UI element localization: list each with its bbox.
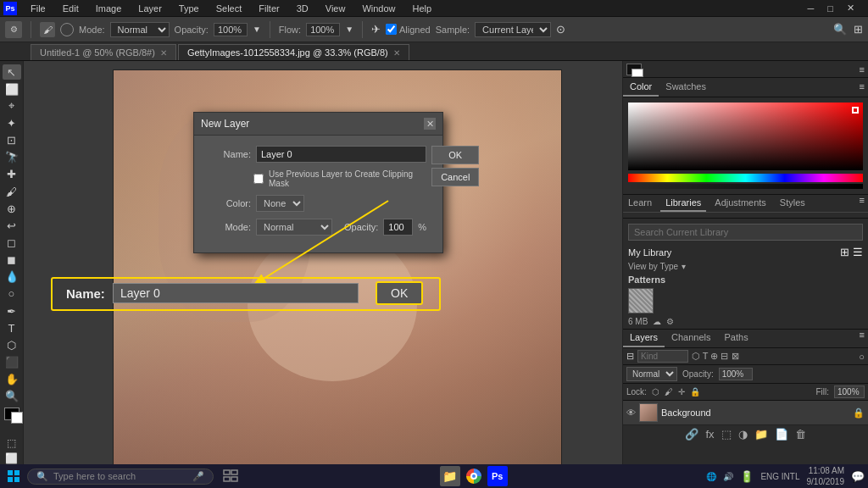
menu-select[interactable]: Select: [213, 2, 246, 15]
tab-close-untitled[interactable]: ✕: [160, 48, 167, 58]
new-layer-btn[interactable]: 📄: [775, 428, 788, 441]
learn-tab[interactable]: Learn: [623, 195, 657, 212]
brush-tool[interactable]: 🖌: [3, 184, 21, 199]
new-group-btn[interactable]: 📁: [754, 428, 768, 441]
styles-tab[interactable]: Styles: [775, 195, 810, 212]
close-btn[interactable]: ✕: [843, 1, 858, 15]
mode-dialog-select[interactable]: Normal: [256, 219, 332, 236]
move-tool[interactable]: ↖: [3, 64, 21, 80]
foreground-swatch[interactable]: [626, 64, 642, 75]
lock-all-icon[interactable]: 🔒: [690, 387, 700, 396]
layer-name-input[interactable]: Layer 0: [256, 146, 426, 163]
view-by-type-btn[interactable]: View by Type: [628, 262, 678, 271]
gradient-tool[interactable]: ◼: [3, 252, 21, 268]
menu-file[interactable]: File: [27, 2, 49, 15]
text-tool[interactable]: T: [3, 320, 21, 336]
settings-icon[interactable]: ⚙: [666, 317, 674, 326]
taskbar-search-box[interactable]: 🔍 Type here to search 🎤: [27, 469, 214, 485]
zoom-tool[interactable]: 🔍: [3, 389, 21, 404]
sample-select[interactable]: Current Layer: [475, 22, 551, 37]
history-brush-tool[interactable]: ↩: [3, 218, 21, 233]
volume-icon[interactable]: 🔊: [723, 472, 733, 481]
shape-tool[interactable]: ⬛: [3, 354, 21, 369]
taskbar-explorer-icon[interactable]: 📁: [440, 466, 460, 486]
workspace-icon[interactable]: ⊞: [854, 23, 863, 36]
background-color[interactable]: [11, 412, 23, 424]
right-panel-menu-icon[interactable]: ≡: [860, 64, 865, 75]
color-spectrum[interactable]: [628, 103, 863, 170]
layers-tab[interactable]: Layers: [623, 330, 665, 347]
paths-tab[interactable]: Paths: [718, 330, 755, 347]
color-tab[interactable]: Color: [623, 78, 659, 97]
grid-view-icon[interactable]: ⊞: [840, 246, 849, 258]
opacity-dialog-input[interactable]: [383, 219, 413, 236]
eraser-tool[interactable]: ◻: [3, 235, 21, 250]
menu-help[interactable]: Help: [409, 2, 436, 15]
list-view-icon[interactable]: ☰: [853, 246, 863, 258]
lock-position-icon[interactable]: ✛: [678, 387, 685, 396]
tab-untitled[interactable]: Untitled-1 @ 50% (RGB/8#) ✕: [31, 44, 176, 60]
blur-tool[interactable]: 💧: [3, 269, 21, 285]
aligned-checkbox[interactable]: [386, 24, 397, 35]
layer-visibility-icon[interactable]: 👁: [626, 408, 636, 418]
flow-icon[interactable]: ▼: [345, 25, 353, 34]
mode-select[interactable]: Normal: [110, 22, 170, 37]
color-picker-handle[interactable]: [852, 107, 859, 114]
layers-panel-menu[interactable]: ≡: [856, 330, 868, 347]
adjustment-layer-btn[interactable]: ◑: [738, 428, 748, 441]
color-select[interactable]: None: [256, 195, 304, 212]
foreground-color[interactable]: [4, 408, 19, 420]
lib-panel-menu[interactable]: ≡: [856, 195, 868, 212]
notification-icon[interactable]: 💬: [851, 470, 865, 483]
layer-style-btn[interactable]: fx: [705, 428, 714, 441]
hand-tool[interactable]: ✋: [3, 372, 21, 387]
menu-layer[interactable]: Layer: [135, 2, 165, 15]
cloud-icon[interactable]: ☁: [653, 317, 661, 326]
canvas-area[interactable]: New Layer ✕ Name: Layer 0 Use Previo: [24, 61, 622, 464]
menu-view[interactable]: View: [322, 2, 349, 15]
taskbar-ps-icon[interactable]: Ps: [487, 466, 508, 486]
libraries-tab[interactable]: Libraries: [660, 195, 706, 212]
healing-tool[interactable]: ✚: [3, 167, 21, 182]
link-layers-btn[interactable]: 🔗: [685, 428, 698, 441]
opacity-input[interactable]: [214, 23, 248, 36]
dialog-ok-btn[interactable]: OK: [431, 146, 479, 164]
background-swatch[interactable]: [632, 69, 643, 77]
taskbar-mic-icon[interactable]: 🎤: [192, 471, 204, 482]
pen-tool[interactable]: ✒: [3, 303, 21, 319]
taskbar-datetime[interactable]: 11:08 AM 9/10/2019: [807, 465, 845, 487]
menu-edit[interactable]: Edit: [59, 2, 82, 15]
windows-start-btn[interactable]: [3, 466, 24, 486]
network-icon[interactable]: 🌐: [706, 472, 716, 481]
eyedropper-tool[interactable]: 🔭: [3, 150, 21, 165]
pattern-swatch-1[interactable]: [628, 288, 654, 313]
color-alpha-bar[interactable]: [628, 184, 863, 189]
screen-mode-btn[interactable]: ⬜: [5, 452, 18, 464]
brush-size-icon[interactable]: [60, 23, 74, 36]
menu-image[interactable]: Image: [92, 2, 125, 15]
color-panel-menu[interactable]: ≡: [856, 78, 868, 97]
tab-getty[interactable]: GettyImages-1012558334.jpg @ 33.3% (RGB/…: [178, 44, 409, 60]
dialog-cancel-btn[interactable]: Cancel: [431, 168, 479, 186]
dialog-close-btn[interactable]: ✕: [424, 118, 436, 130]
dodge-tool[interactable]: ○: [3, 286, 21, 302]
layer-mask-btn[interactable]: ⬚: [721, 428, 732, 441]
quick-mask-btn[interactable]: ⬚: [7, 437, 16, 449]
color-hue-bar[interactable]: [628, 174, 863, 182]
minimize-btn[interactable]: ─: [804, 2, 818, 15]
task-view-btn[interactable]: [220, 466, 241, 486]
channels-tab[interactable]: Channels: [665, 330, 717, 347]
delete-layer-btn[interactable]: 🗑: [795, 428, 806, 441]
menu-3d[interactable]: 3D: [293, 2, 312, 15]
menu-filter[interactable]: Filter: [255, 2, 282, 15]
kind-filter-input[interactable]: [637, 350, 688, 363]
ignore-adjustments-icon[interactable]: ⊙: [556, 23, 565, 36]
lock-paint-icon[interactable]: 🖌: [665, 387, 673, 396]
dialog-titlebar[interactable]: New Layer ✕: [194, 113, 442, 136]
taskbar-chrome-icon[interactable]: [464, 466, 484, 486]
opacity-icon[interactable]: ▼: [253, 25, 261, 34]
opacity-layers-input[interactable]: [719, 368, 753, 380]
filter-toggle[interactable]: ○: [859, 352, 865, 362]
layer-row-background[interactable]: 👁 Background 🔒: [623, 401, 868, 425]
clone-tool[interactable]: ⊕: [3, 201, 21, 216]
